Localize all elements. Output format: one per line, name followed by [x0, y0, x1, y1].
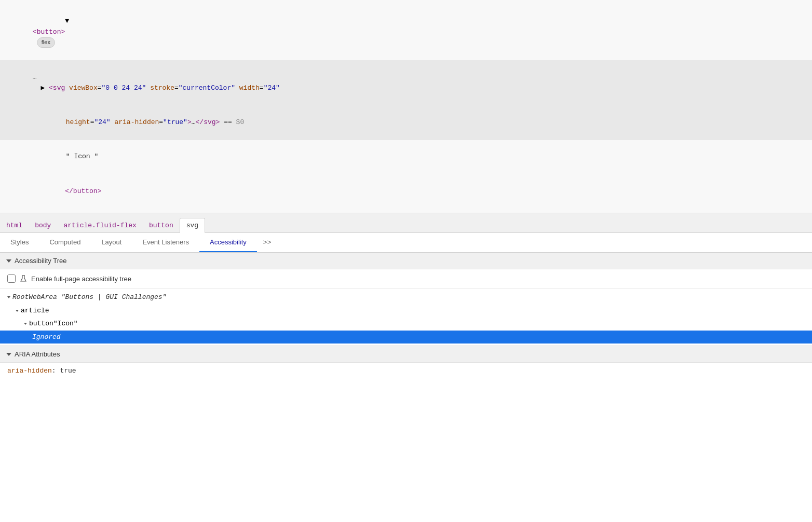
- source-line-icon-text[interactable]: " Icon ": [0, 140, 812, 174]
- tag-bracket-open: <: [33, 28, 37, 36]
- tree-row-article[interactable]: article: [0, 304, 812, 318]
- eq3: =: [260, 84, 264, 92]
- enable-full-page-row: Enable full-page accessibility tree: [0, 269, 812, 289]
- tab-styles[interactable]: Styles: [0, 233, 39, 252]
- main-content: Accessibility Tree Enable full-page acce…: [0, 253, 812, 379]
- breadcrumb-article[interactable]: article.fluid-flex: [57, 218, 142, 232]
- dots-indicator: …: [33, 73, 37, 81]
- enable-full-page-checkbox[interactable]: [7, 274, 16, 283]
- aria-section: ARIA Attributes aria-hidden: true: [0, 346, 812, 379]
- aria-attributes-header[interactable]: ARIA Attributes: [0, 346, 812, 363]
- tabs-bar: Styles Computed Layout Event Listeners A…: [0, 233, 812, 253]
- svg-bracket-open: <: [49, 84, 53, 92]
- aria-row-hidden: aria-hidden: true: [0, 363, 812, 379]
- aria-value-hidden: true: [60, 367, 76, 375]
- accessibility-tree-header[interactable]: Accessibility Tree: [0, 253, 812, 269]
- tag-bracket-close: >: [61, 28, 65, 36]
- aria-attributes-toggle[interactable]: [6, 353, 11, 356]
- source-panel: ▼ <button> flex … ▶ <svg viewBox="0 0 24…: [0, 0, 812, 213]
- button-indent: ▼: [33, 17, 69, 25]
- svg-indent: ▶: [33, 84, 49, 92]
- height-value: "24": [94, 118, 110, 126]
- close-svg-bracket: </: [196, 118, 204, 126]
- breadcrumb-html[interactable]: html: [0, 218, 29, 232]
- attr-height: height: [66, 118, 90, 126]
- accessibility-tree-toggle[interactable]: [6, 259, 11, 263]
- ellipsis: …: [192, 118, 196, 126]
- breadcrumb-body[interactable]: body: [29, 218, 57, 232]
- button-tree-label: button: [29, 319, 53, 329]
- source-line-button[interactable]: ▼ <button> flex: [0, 4, 812, 60]
- tree-row-rootwebarea[interactable]: RootWebArea "Buttons | GUI Challenges": [0, 291, 812, 304]
- tab-accessibility[interactable]: Accessibility: [199, 233, 257, 252]
- attr-width: width: [239, 84, 260, 92]
- tab-computed[interactable]: Computed: [39, 233, 91, 252]
- tag-name-button: button: [37, 28, 61, 36]
- ignored-label: Ignored: [32, 332, 61, 342]
- node-value-rootwebarea: "Buttons | GUI Challenges": [61, 293, 167, 301]
- attr-stroke: stroke: [150, 84, 174, 92]
- svg-tag: svg: [53, 84, 65, 92]
- stroke-value: "currentColor": [179, 84, 235, 92]
- close-button-bracket-open: </: [65, 187, 73, 195]
- aria-attributes-title: ARIA Attributes: [15, 350, 60, 358]
- chevron-article: [16, 310, 19, 312]
- article-label: article: [21, 306, 49, 316]
- aria-hidden-value: "true": [163, 118, 187, 126]
- eq5: =: [159, 118, 163, 126]
- source-line-button-close[interactable]: </button>: [0, 174, 812, 209]
- tree-content: RootWebArea "Buttons | GUI Challenges" a…: [0, 289, 812, 346]
- aria-colon: :: [52, 367, 60, 375]
- chevron-button: [24, 323, 27, 325]
- tree-row-button[interactable]: button "Icon": [0, 317, 812, 331]
- node-type-rootwebarea: RootWebArea: [12, 293, 57, 301]
- aria-key-hidden: aria-hidden: [7, 367, 52, 375]
- button-tree-value: "Icon": [53, 319, 78, 329]
- dollar-zero: $0: [236, 118, 245, 126]
- eq1: =: [98, 84, 102, 92]
- chevron-rootwebarea: [7, 296, 10, 298]
- breadcrumb-svg[interactable]: svg: [180, 218, 205, 233]
- breadcrumb-button[interactable]: button: [143, 218, 180, 232]
- flex-badge[interactable]: flex: [37, 37, 55, 48]
- breadcrumb-bar: html body article.fluid-flex button svg: [0, 213, 812, 233]
- space2: [146, 84, 150, 92]
- tab-event-listeners[interactable]: Event Listeners: [132, 233, 199, 252]
- close-button-bracket-close: >: [98, 187, 102, 195]
- rootwebarea-label: RootWebArea "Buttons | GUI Challenges": [12, 292, 166, 303]
- accessibility-tree-title: Accessibility Tree: [15, 257, 66, 265]
- attr-viewbox: viewBox: [69, 84, 98, 92]
- eq2: =: [174, 84, 179, 92]
- source-line-svg-attrs[interactable]: height="24" aria-hidden="true">…</svg> =…: [0, 105, 812, 140]
- source-line-svg-open[interactable]: … ▶ <svg viewBox="0 0 24 24" stroke="cur…: [0, 60, 812, 105]
- tree-row-ignored[interactable]: Ignored: [0, 331, 812, 344]
- svg-space: [65, 84, 69, 92]
- close-svg-tag: svg: [204, 118, 215, 126]
- tab-more-button[interactable]: >>: [257, 233, 278, 252]
- dollar-zero-sep: ==: [220, 118, 236, 126]
- space3: [235, 84, 239, 92]
- beaker-icon: [20, 275, 27, 282]
- width-value: "24": [264, 84, 280, 92]
- close-button-indent: [33, 187, 65, 195]
- icon-text: " Icon ": [66, 153, 98, 160]
- close-button-tag: button: [73, 187, 98, 195]
- close-bracket: >: [187, 118, 192, 126]
- viewbox-value: "0 0 24 24": [102, 84, 146, 92]
- enable-label: Enable full-page accessibility tree: [31, 275, 131, 283]
- attr-aria-hidden: aria-hidden: [114, 118, 159, 126]
- tab-layout[interactable]: Layout: [91, 233, 132, 252]
